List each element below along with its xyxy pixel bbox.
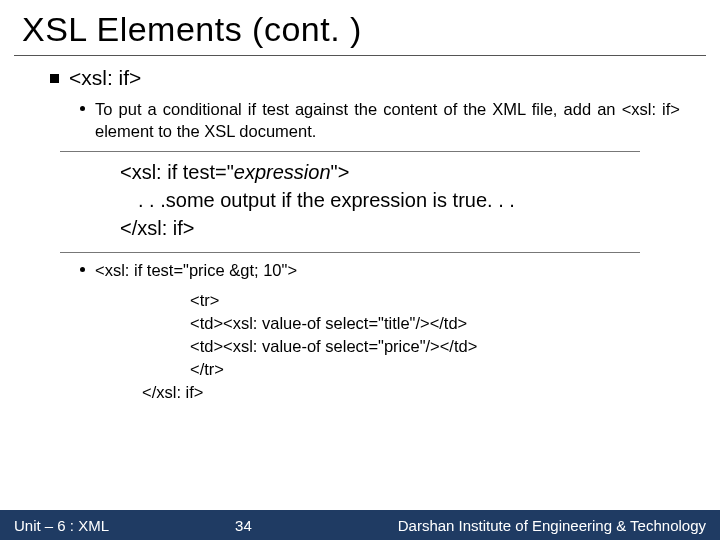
footer-institute: Darshan Institute of Engineering & Techn… <box>398 517 706 534</box>
syntax-close: </xsl: if> <box>120 214 680 242</box>
code-line-2: <tr> <box>190 289 680 312</box>
title-divider <box>14 55 706 56</box>
content-area: <xsl: if> To put a conditional if test a… <box>0 66 720 404</box>
sub-item-1: To put a conditional if test against the… <box>80 98 680 143</box>
syntax-open: <xsl: if test=" <box>120 161 234 183</box>
round-bullet-icon <box>80 267 85 272</box>
syntax-open-line: <xsl: if test="expression"> <box>120 158 680 186</box>
desc-text-1: To put a conditional if test against the… <box>95 98 680 143</box>
code-line-5: </tr> <box>190 358 680 381</box>
syntax-open-end: "> <box>331 161 350 183</box>
slide-title: XSL Elements (cont. ) <box>0 0 720 55</box>
code-line-1: <xsl: if test="price &gt; 10"> <box>95 259 297 281</box>
bullet-text-1: <xsl: if> <box>69 66 141 90</box>
footer-page-number: 34 <box>109 517 378 534</box>
code-line-4: <td><xsl: value-of select="price"/></td> <box>190 335 680 358</box>
syntax-expression: expression <box>234 161 331 183</box>
code-line-6: </xsl: if> <box>142 381 680 404</box>
syntax-divider-bottom <box>60 252 640 253</box>
code-block: <tr> <td><xsl: value-of select="title"/>… <box>142 289 680 404</box>
footer-unit: Unit – 6 : XML <box>14 517 109 534</box>
code-line-3: <td><xsl: value-of select="title"/></td> <box>190 312 680 335</box>
round-bullet-icon <box>80 106 85 111</box>
sub-item-2: <xsl: if test="price &gt; 10"> <box>80 259 680 281</box>
syntax-divider-top <box>60 151 640 152</box>
syntax-body: . . .some output if the expression is tr… <box>138 186 680 214</box>
syntax-block: <xsl: if test="expression"> . . .some ou… <box>120 158 680 242</box>
square-bullet-icon <box>50 74 59 83</box>
bullet-item-1: <xsl: if> <box>50 66 680 90</box>
footer-bar: Unit – 6 : XML 34 Darshan Institute of E… <box>0 510 720 540</box>
